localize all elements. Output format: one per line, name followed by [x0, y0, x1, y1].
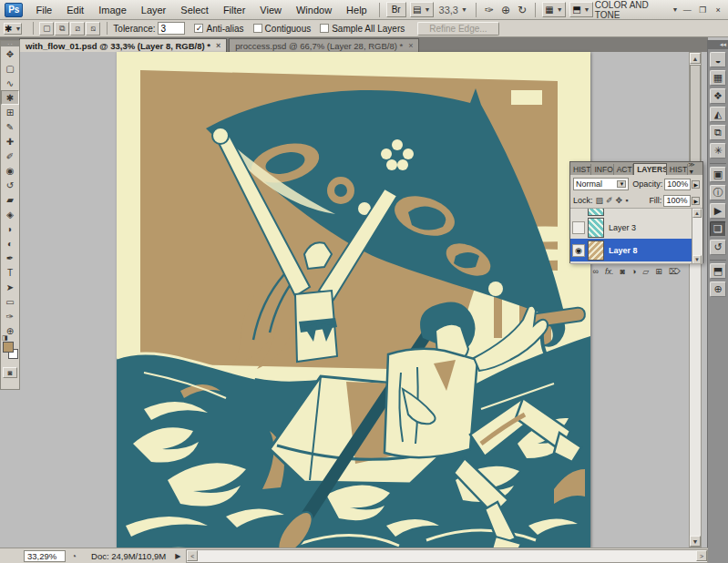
eyedropper-tool[interactable]: ✎ [1, 119, 19, 134]
selection-add-button[interactable]: ⧉ [55, 22, 69, 36]
sample-all-layers-checkbox[interactable]: Sample All Layers [320, 24, 405, 34]
tab-actions[interactable]: ACT [614, 164, 633, 175]
network-panel-icon[interactable]: ⊕ [710, 282, 726, 297]
link-layers-icon[interactable]: ∞ [592, 267, 598, 276]
scroll-up-icon[interactable]: ▲ [690, 53, 701, 64]
history-panel-icon[interactable]: ↺ [710, 240, 726, 255]
styles-panel-icon[interactable]: ❖ [710, 88, 726, 104]
horizontal-scrollbar[interactable]: < > [186, 549, 708, 563]
tab-histogram[interactable]: HIST [570, 164, 591, 175]
tab-info[interactable]: INFO [591, 164, 613, 175]
selection-intersect-button[interactable]: ⧅ [86, 22, 100, 36]
arrange-documents-button[interactable]: ▦ ▼ [542, 2, 566, 17]
tool-preset-picker[interactable]: ✱ ▼ [4, 23, 22, 35]
filters-panel-icon[interactable]: ✳ [710, 143, 726, 159]
paint-bucket-tool[interactable]: ◈ [1, 207, 19, 221]
blend-mode-select[interactable]: Normal ▼ [573, 178, 629, 190]
layer-mask-icon[interactable]: ◙ [620, 267, 624, 276]
visibility-eye-icon[interactable]: ◉ [572, 244, 585, 257]
delete-layer-icon[interactable]: ⌦ [669, 267, 681, 276]
layer-row-partial[interactable] [570, 209, 702, 216]
path-selection-tool[interactable]: ➤ [1, 280, 19, 294]
actions-panel-icon[interactable]: ▶ [710, 203, 726, 219]
close-button[interactable]: × [712, 4, 724, 15]
tab-history[interactable]: HIST [667, 164, 688, 175]
antialias-checkbox[interactable]: ✓ Anti-alias [194, 24, 243, 34]
new-layer-icon[interactable]: ⊞ [655, 267, 662, 276]
launch-bridge-button[interactable]: Br [386, 2, 406, 17]
opacity-value[interactable]: 100% [664, 179, 691, 190]
color-panel-icon[interactable]: ◒ [710, 52, 726, 67]
scroll-right-icon[interactable]: > [696, 550, 707, 561]
pen-tool[interactable]: ✒ [1, 251, 19, 265]
visibility-toggle-empty[interactable] [572, 221, 585, 234]
healing-brush-tool[interactable]: ✚ [1, 134, 19, 148]
collapse-dock-icon[interactable]: ◂◂ [708, 40, 728, 49]
layers-panel-icon[interactable]: ❏ [710, 221, 726, 237]
menu-select[interactable]: Select [173, 2, 216, 18]
close-icon[interactable]: × [216, 41, 220, 50]
menu-file[interactable]: File [28, 2, 59, 18]
layer-name[interactable]: Layer 8 [609, 246, 638, 255]
vertical-scrollbar[interactable]: ▲ ▼ [689, 52, 702, 548]
default-colors-icon[interactable]: ◨ [2, 334, 8, 342]
menu-window[interactable]: Window [289, 2, 339, 18]
info-panel-icon[interactable]: ⓘ [710, 185, 726, 200]
scrollbar-thumb[interactable] [690, 65, 701, 165]
close-icon[interactable]: × [408, 41, 413, 50]
selection-new-button[interactable]: ▢ [39, 22, 54, 36]
view-extras-button[interactable]: ▤ ▼ [410, 2, 434, 17]
layer-style-icon[interactable]: fx. [605, 267, 614, 276]
scroll-up-icon[interactable]: ▲ [692, 209, 702, 218]
layer-thumbnail[interactable] [588, 218, 604, 238]
tolerance-input[interactable] [158, 22, 185, 35]
layer-row-selected[interactable]: ◉ Layer 8 [570, 239, 702, 261]
menu-edit[interactable]: Edit [59, 2, 91, 18]
selection-subtract-button[interactable]: ⧄ [70, 22, 85, 36]
navigator-panel-icon[interactable]: ▣ [710, 167, 726, 182]
swatches-panel-icon[interactable]: ▦ [710, 70, 726, 86]
move-tool[interactable]: ✥ [1, 46, 19, 61]
contiguous-checkbox[interactable]: Contiguous [253, 24, 312, 34]
screen-mode-button[interactable]: ⬒ ▼ [569, 2, 593, 17]
lock-paint-icon[interactable]: ✐ [606, 196, 613, 205]
new-group-icon[interactable]: ▱ [642, 267, 649, 276]
blur-tool[interactable]: ◗ [1, 221, 19, 236]
panel-menu-icon[interactable]: ≫ ▼ [688, 161, 702, 175]
scroll-down-icon[interactable]: ▼ [692, 255, 702, 264]
lock-all-icon[interactable]: ▪ [625, 196, 628, 205]
dodge-tool[interactable]: ◐ [1, 236, 19, 251]
shape-tool[interactable]: ▭ [1, 294, 19, 309]
crop-tool[interactable]: ⊞ [1, 105, 19, 119]
scroll-down-icon[interactable]: ▼ [690, 536, 701, 547]
document-tab-active[interactable]: with_flow_01.psd @ 33,3% (Layer 8, RGB/8… [19, 38, 227, 52]
magic-wand-tool[interactable]: ✱ [1, 90, 19, 105]
workspace-switcher[interactable]: COLOR AND TONE ▼ [595, 0, 679, 20]
history-brush-tool[interactable]: ↺ [1, 178, 19, 192]
scroll-left-icon[interactable]: < [187, 550, 198, 561]
quick-mask-button[interactable]: ◙ [3, 367, 17, 378]
layer-thumbnail[interactable] [588, 241, 604, 261]
adjustment-layer-icon[interactable]: ◑ [631, 267, 636, 276]
zoom-level-control[interactable]: 33,3 ▼ [439, 5, 467, 15]
type-tool[interactable]: T [1, 265, 19, 280]
layer-comps-panel-icon[interactable]: ⧉ [710, 125, 726, 140]
status-options-icon[interactable]: ▶ [175, 552, 180, 560]
lock-transparency-icon[interactable]: ▨ [596, 196, 604, 205]
tab-layers[interactable]: LAYERS [633, 163, 667, 175]
layer-name[interactable]: Layer 3 [609, 223, 636, 232]
fill-slider-icon[interactable]: ▶ [692, 197, 700, 205]
hand-tool-icon[interactable]: ✑ [485, 4, 494, 16]
photoshop-logo[interactable]: Ps [5, 3, 23, 17]
brush-tool[interactable]: ✐ [1, 148, 19, 163]
canvas-artwork[interactable] [117, 52, 590, 548]
hand-tool[interactable]: ✑ [1, 309, 19, 323]
marquee-tool[interactable]: ▢ [1, 61, 19, 76]
menu-view[interactable]: View [252, 2, 289, 18]
adjustments-panel-icon[interactable]: ◭ [710, 107, 726, 122]
foreground-color-swatch[interactable] [3, 342, 14, 353]
lock-position-icon[interactable]: ✥ [616, 196, 623, 205]
lasso-tool[interactable]: ∿ [1, 76, 19, 90]
menu-help[interactable]: Help [339, 2, 374, 18]
zoom-percent-field[interactable]: 33,29% [24, 550, 66, 562]
